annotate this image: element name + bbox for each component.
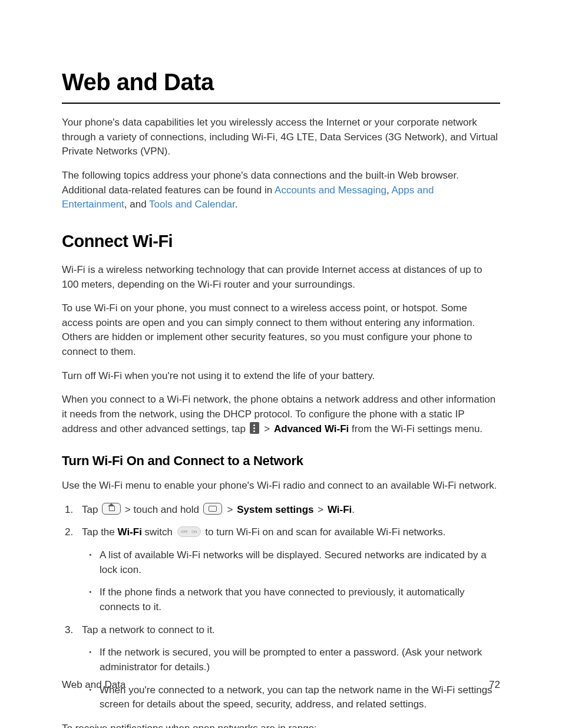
text: , <box>386 185 392 196</box>
step-2: Tap the Wi-Fi switch OFFON to turn Wi-Fi… <box>76 525 500 614</box>
paragraph: Use the Wi-Fi menu to enable your phone'… <box>62 479 500 493</box>
link-accounts-messaging[interactable]: Accounts and Messaging <box>275 185 386 196</box>
list-item: If the phone finds a network that you ha… <box>89 585 500 614</box>
text: > <box>224 504 236 515</box>
list-item: If the network is secured, you will be p… <box>89 645 500 674</box>
section-heading-connect-wifi: Connect Wi-Fi <box>62 229 500 253</box>
text: Tap a network to connect to it. <box>82 624 215 635</box>
paragraph-advanced-wifi: When you connect to a Wi-Fi network, the… <box>62 393 500 436</box>
intro-paragraph-1: Your phone's data capabilities let you w… <box>62 116 500 159</box>
text: from the Wi-Fi settings menu. <box>349 423 482 434</box>
paragraph: Turn off Wi-Fi when you're not using it … <box>62 369 500 384</box>
toggle-switch-icon: OFFON <box>177 526 201 537</box>
text: Tap <box>82 504 101 515</box>
bold-wifi: Wi-Fi <box>328 504 352 515</box>
intro-paragraph-2: The following topics address your phone'… <box>62 169 500 212</box>
text: . <box>235 199 238 210</box>
text: switch <box>142 526 176 538</box>
step-1: Tap > touch and hold > System settings >… <box>76 503 500 518</box>
paragraph: Wi-Fi is a wireless networking technolog… <box>62 263 500 292</box>
text: > <box>262 423 273 434</box>
bold-wifi: Wi-Fi <box>118 526 142 538</box>
footer-section-name: Web and Data <box>62 678 125 693</box>
step-3: Tap a network to connect to it. If the n… <box>76 623 500 712</box>
paragraph: To receive notifications when open netwo… <box>62 722 500 728</box>
text: to turn Wi-Fi on and scan for available … <box>203 526 446 538</box>
link-tools-calendar[interactable]: Tools and Calendar <box>149 199 235 210</box>
text: , and <box>124 199 149 210</box>
switch-off-label: OFF <box>181 529 188 535</box>
text: > touch and hold <box>122 504 202 515</box>
footer-page-number: 72 <box>489 678 500 693</box>
text: > <box>315 504 326 515</box>
bold-system-settings: System settings <box>237 504 313 515</box>
home-button-icon <box>102 503 121 515</box>
text: . <box>352 504 355 515</box>
sub-list: A list of available Wi-Fi networks will … <box>89 548 500 615</box>
text: Tap the <box>82 526 118 538</box>
paragraph: To use Wi-Fi on your phone, you must con… <box>62 301 500 360</box>
menu-overflow-icon <box>250 422 259 434</box>
list-item: A list of available Wi-Fi networks will … <box>89 548 500 577</box>
switch-on-label: ON <box>191 529 197 535</box>
bold-advanced-wifi: Advanced Wi-Fi <box>274 423 349 434</box>
page-footer: Web and Data 72 <box>62 678 500 693</box>
subsection-heading-turn-wifi-on: Turn Wi-Fi On and Connect to a Network <box>62 452 500 470</box>
recent-apps-button-icon <box>203 503 222 515</box>
page-title: Web and Data <box>62 65 500 104</box>
